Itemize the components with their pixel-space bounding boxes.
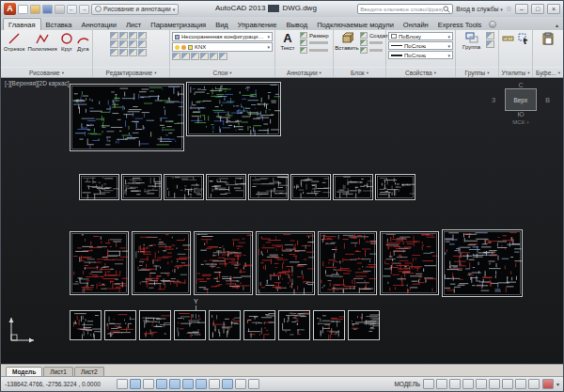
tab-вставка[interactable]: Вставка: [41, 19, 77, 30]
move-icon[interactable]: [110, 32, 118, 39]
new-file-icon[interactable]: [18, 5, 28, 14]
quick-select-icon[interactable]: [517, 32, 529, 44]
dimension-button[interactable]: Размер: [300, 32, 331, 39]
utilities-panel-label[interactable]: Утилиты▾: [499, 67, 532, 77]
open-file-icon[interactable]: [30, 5, 40, 14]
polyline-tool-button[interactable]: Полилиния: [28, 32, 57, 52]
properties-panel-label[interactable]: Свойства▾: [386, 67, 455, 77]
layer-state-dropdown[interactable]: Несохраненная конфигурация сло... ▾: [172, 32, 273, 41]
infocenter-circle-icon[interactable]: [489, 21, 496, 28]
performance-icon[interactable]: [542, 379, 554, 389]
layer-on-icon[interactable]: [175, 45, 180, 50]
viewcube[interactable]: С З Верх В Ю МСК ▾: [492, 82, 550, 125]
viewcube-west-label[interactable]: З: [492, 97, 495, 103]
quickview-layouts-icon[interactable]: [449, 379, 461, 389]
group-button[interactable]: Группа: [460, 32, 484, 50]
viewcube-south-label[interactable]: Ю: [492, 111, 550, 118]
ungroup-icon[interactable]: [486, 32, 494, 39]
quick-properties-toggle[interactable]: [248, 379, 259, 389]
drawing-canvas[interactable]: [-][Верхняя][2D каркас] С З Верх В Ю МСК…: [1, 78, 563, 364]
toolbar-lock-icon[interactable]: [528, 379, 540, 389]
tab-главная[interactable]: Главная: [3, 18, 41, 30]
block-panel-label[interactable]: Блок▾: [334, 67, 385, 77]
explode-icon[interactable]: [138, 49, 147, 56]
ribbon-minimize-button[interactable]: ▴: [553, 22, 561, 30]
tab-онлайн[interactable]: Онлайн: [399, 19, 433, 30]
layer-color-swatch[interactable]: [188, 45, 193, 50]
draw-panel-label[interactable]: Рисование▾: [1, 67, 92, 77]
viewcube-north-label[interactable]: С: [492, 82, 550, 88]
search-icon[interactable]: [443, 6, 450, 13]
tab-управление[interactable]: Управление: [233, 19, 282, 30]
viewcube-top-face[interactable]: Верх: [505, 88, 537, 111]
save-icon[interactable]: [42, 5, 53, 14]
array-icon[interactable]: [110, 49, 118, 56]
viewcube-east-label[interactable]: В: [545, 97, 550, 103]
plot-icon[interactable]: [55, 5, 65, 14]
annotation-autoscale-icon[interactable]: [502, 379, 513, 389]
close-button[interactable]: ×: [547, 4, 560, 14]
measure-icon[interactable]: [502, 32, 514, 44]
undo-icon[interactable]: ←: [67, 5, 77, 14]
mirror-icon[interactable]: [138, 32, 147, 39]
annotation-panel-label[interactable]: Аннотации▾: [275, 67, 333, 77]
osnap-toggle[interactable]: [182, 379, 194, 389]
layout-tab-лист2[interactable]: Лист2: [74, 367, 104, 376]
workspace-switch-icon[interactable]: [515, 379, 526, 389]
annotation-scale-icon[interactable]: [476, 379, 487, 389]
minimize-button[interactable]: –: [515, 4, 528, 14]
ortho-toggle[interactable]: [156, 379, 167, 389]
favorites-star-icon[interactable]: ☆: [506, 5, 512, 14]
fillet-icon[interactable]: [119, 40, 128, 48]
circle-tool-button[interactable]: Круг: [60, 32, 73, 52]
line-tool-button[interactable]: Отрезок: [4, 32, 25, 52]
layer-match-icon[interactable]: [219, 53, 227, 60]
tab-подключаемые-модули[interactable]: Подключаемые модули: [312, 19, 399, 30]
otrack-toggle[interactable]: [196, 379, 207, 389]
layout-tab-модель[interactable]: Модель: [6, 367, 42, 376]
linetype-dropdown[interactable]: ПоСлою ▾: [388, 41, 453, 50]
signin-button[interactable]: Вход в службы ▾: [456, 6, 502, 12]
paste-icon[interactable]: [542, 32, 554, 45]
status-menu-icon[interactable]: ▾: [556, 381, 559, 387]
annotation-visibility-icon[interactable]: [489, 379, 500, 389]
layer-freeze-icon[interactable]: [181, 45, 186, 50]
stretch-icon[interactable]: [129, 40, 137, 48]
group-edit-icon[interactable]: [486, 40, 494, 48]
layer-isolate-icon[interactable]: [191, 53, 199, 60]
tab-вывод[interactable]: Вывод: [281, 19, 312, 30]
layer-freeze-tool-icon[interactable]: [200, 53, 209, 60]
layer-lock-icon[interactable]: [210, 53, 218, 60]
ducs-toggle[interactable]: [209, 379, 220, 389]
modify-panel-label[interactable]: Редактирование▾: [93, 67, 169, 77]
arc-tool-button[interactable]: Дуга: [76, 32, 89, 52]
quickview-drawings-icon[interactable]: [462, 379, 474, 389]
tab-вид[interactable]: Вид: [211, 19, 233, 30]
rotate-icon[interactable]: [129, 32, 137, 39]
layers-panel-label[interactable]: Слои▾: [170, 67, 274, 77]
trim-icon[interactable]: [110, 40, 118, 48]
text-tool-button[interactable]: A Текст: [277, 32, 298, 51]
erase-icon[interactable]: [129, 49, 137, 56]
search-input[interactable]: [360, 7, 443, 12]
infer-constraints-toggle[interactable]: [117, 379, 128, 389]
grid-toggle[interactable]: [143, 379, 154, 389]
insert-block-button[interactable]: Вставить: [336, 32, 358, 51]
table-button[interactable]: [300, 47, 331, 54]
clipboard-panel-label[interactable]: Буфе...▾: [533, 67, 563, 77]
scale-icon[interactable]: [138, 40, 147, 48]
wcs-dropdown[interactable]: МСК ▾: [492, 119, 550, 125]
tab-аннотации[interactable]: Аннотации: [76, 19, 121, 30]
object-color-dropdown[interactable]: ПоБлоку ▾: [388, 32, 453, 40]
layer-properties-icon[interactable]: [172, 53, 180, 60]
autocad-logo-icon[interactable]: A: [4, 3, 16, 15]
model-space-label[interactable]: МОДЕЛЬ: [394, 381, 420, 387]
redo-icon[interactable]: →: [79, 5, 89, 14]
workspace-dropdown[interactable]: Рисование и аннотации ▾: [91, 4, 179, 15]
tab-параметризация[interactable]: Параметризация: [146, 19, 211, 30]
leader-button[interactable]: [300, 39, 331, 46]
coordinates-readout[interactable]: -138642.4766, -2756.3224 , 0.0000: [5, 381, 114, 387]
offset-icon[interactable]: [119, 49, 128, 56]
lineweight-dropdown[interactable]: ПоСлою ▾: [388, 51, 453, 59]
viewport-controls[interactable]: [-][Верхняя][2D каркас]: [5, 80, 70, 86]
